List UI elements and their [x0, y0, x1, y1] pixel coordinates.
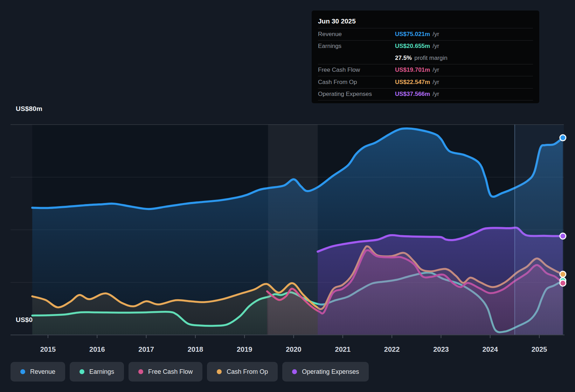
opex-label: Operating Expenses — [318, 91, 395, 98]
earnings-value: US$20.655m — [395, 43, 430, 50]
x-tick-label-2023: 2023 — [433, 345, 449, 353]
legend-item-cash-from-op[interactable]: Cash From Op — [207, 362, 278, 382]
legend-label-cash-from-op: Cash From Op — [227, 368, 268, 376]
y-axis-zero-label: US$0 — [16, 316, 33, 324]
tooltip-date: Jun 30 2025 — [318, 15, 533, 28]
earnings-unit: /yr — [432, 43, 439, 50]
page: 2015201620172018201920202021202220232024… — [0, 0, 575, 392]
x-tick-label-2021: 2021 — [335, 345, 351, 353]
x-tick-label-2015: 2015 — [40, 345, 56, 353]
tooltip-row-cashop: Cash From Op US$22.547m /yr — [318, 76, 533, 89]
operating-expenses-dot-icon — [292, 369, 297, 374]
legend-item-operating-expenses[interactable]: Operating Expenses — [282, 362, 369, 382]
revenue-end-marker — [560, 135, 566, 141]
tooltip-row-revenue: Revenue US$75.021m /yr — [318, 28, 533, 41]
cashop-unit: /yr — [432, 79, 439, 86]
x-tick-label-2025: 2025 — [532, 345, 547, 353]
earnings-dot-icon — [79, 369, 84, 374]
x-tick-label-2017: 2017 — [138, 345, 154, 353]
legend-item-free-cash-flow[interactable]: Free Cash Flow — [129, 362, 202, 382]
revenue-dot-icon — [20, 369, 25, 374]
tooltip-row-earnings: Earnings US$20.655m /yr — [318, 41, 533, 52]
cashop-label: Cash From Op — [318, 79, 395, 86]
cash-from-op-dot-icon — [217, 369, 222, 374]
legend-label-earnings: Earnings — [89, 368, 114, 376]
revenue-unit: /yr — [432, 31, 439, 38]
profit-margin-text: profit margin — [414, 55, 447, 62]
y-axis-top-label: US$80m — [16, 105, 42, 113]
revenue-label: Revenue — [318, 31, 395, 38]
legend: Revenue Earnings Free Cash Flow Cash Fro… — [11, 362, 369, 382]
legend-item-earnings[interactable]: Earnings — [70, 362, 124, 382]
opex-unit: /yr — [432, 91, 439, 98]
operating-expenses-end-marker — [560, 233, 566, 239]
fcf-label: Free Cash Flow — [318, 66, 395, 74]
opex-value: US$37.566m — [395, 91, 430, 98]
x-tick-label-2018: 2018 — [188, 345, 203, 353]
x-tick-label-2016: 2016 — [89, 345, 105, 353]
legend-label-operating-expenses: Operating Expenses — [302, 368, 359, 376]
free-cash-flow-dot-icon — [138, 369, 143, 374]
fcf-unit: /yr — [432, 66, 439, 74]
tooltip-row-profit-margin: 27.5% profit margin — [318, 52, 533, 64]
revenue-value: US$75.021m — [395, 31, 430, 38]
free-cash-flow-end-marker — [560, 280, 566, 286]
legend-label-free-cash-flow: Free Cash Flow — [148, 368, 193, 376]
x-tick-label-2022: 2022 — [384, 345, 400, 353]
profit-margin-value: 27.5% — [395, 55, 412, 62]
fcf-value: US$19.701m — [395, 66, 430, 74]
earnings-label: Earnings — [318, 43, 395, 50]
forecast-region — [515, 125, 564, 335]
cashop-value: US$22.547m — [395, 79, 430, 86]
cash-from-op-end-marker — [560, 271, 566, 277]
tooltip-row-fcf: Free Cash Flow US$19.701m /yr — [318, 64, 533, 77]
legend-label-revenue: Revenue — [30, 368, 55, 376]
data-tooltip: Jun 30 2025 Revenue US$75.021m /yr Earni… — [312, 10, 539, 103]
x-tick-label-2019: 2019 — [237, 345, 252, 353]
legend-item-revenue[interactable]: Revenue — [11, 362, 65, 382]
x-tick-label-2020: 2020 — [286, 345, 302, 353]
x-tick-label-2024: 2024 — [482, 345, 498, 353]
tooltip-row-opex: Operating Expenses US$37.566m /yr — [318, 89, 533, 101]
